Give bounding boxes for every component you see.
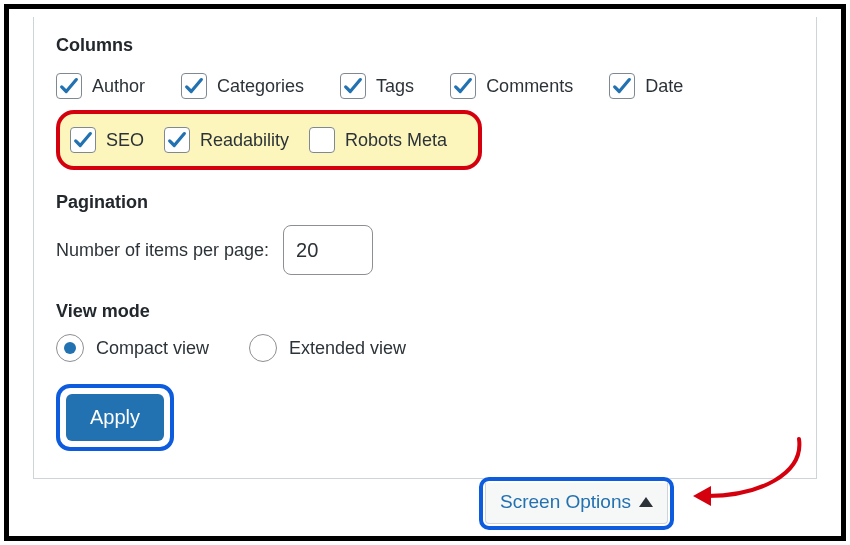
columns-row-1: Author Categories Tags Comments Date bbox=[56, 66, 798, 106]
checkbox-author[interactable] bbox=[56, 73, 82, 99]
columns-heading: Columns bbox=[56, 35, 798, 56]
highlighted-columns-row: SEO Readability Robots Meta bbox=[56, 110, 482, 170]
apply-button-highlight: Apply bbox=[56, 384, 174, 451]
items-per-page-label: Number of items per page: bbox=[56, 240, 269, 261]
column-option-author[interactable]: Author bbox=[56, 66, 145, 106]
screen-options-label: Screen Options bbox=[500, 491, 631, 513]
screen-options-panel: Columns Author Categories Tags Comments … bbox=[33, 17, 817, 479]
radio-extended-view[interactable] bbox=[249, 334, 277, 362]
window-frame: Columns Author Categories Tags Comments … bbox=[4, 4, 846, 541]
screen-options-toggle[interactable]: Screen Options bbox=[485, 483, 668, 524]
column-option-date[interactable]: Date bbox=[609, 66, 683, 106]
column-label: SEO bbox=[106, 130, 144, 151]
checkbox-categories[interactable] bbox=[181, 73, 207, 99]
screen-options-toggle-highlight: Screen Options bbox=[479, 477, 674, 530]
checkbox-comments[interactable] bbox=[450, 73, 476, 99]
chevron-up-icon bbox=[639, 497, 653, 507]
column-option-tags[interactable]: Tags bbox=[340, 66, 414, 106]
pagination-heading: Pagination bbox=[56, 192, 798, 213]
view-mode-row: Compact view Extended view bbox=[56, 334, 798, 362]
column-label: Tags bbox=[376, 76, 414, 97]
items-per-page-input[interactable] bbox=[283, 225, 373, 275]
view-mode-heading: View mode bbox=[56, 301, 798, 322]
column-option-comments[interactable]: Comments bbox=[450, 66, 573, 106]
column-label: Author bbox=[92, 76, 145, 97]
column-option-robots-meta[interactable]: Robots Meta bbox=[309, 120, 447, 160]
column-option-readability[interactable]: Readability bbox=[164, 120, 289, 160]
column-label: Date bbox=[645, 76, 683, 97]
checkbox-seo[interactable] bbox=[70, 127, 96, 153]
radio-compact-view[interactable] bbox=[56, 334, 84, 362]
checkbox-date[interactable] bbox=[609, 73, 635, 99]
checkbox-readability[interactable] bbox=[164, 127, 190, 153]
svg-marker-0 bbox=[693, 486, 711, 506]
items-per-page-row: Number of items per page: bbox=[56, 225, 798, 275]
column-label: Categories bbox=[217, 76, 304, 97]
column-option-categories[interactable]: Categories bbox=[181, 66, 304, 106]
radio-label-compact: Compact view bbox=[96, 338, 209, 359]
apply-button[interactable]: Apply bbox=[66, 394, 164, 441]
column-label: Comments bbox=[486, 76, 573, 97]
column-option-seo[interactable]: SEO bbox=[70, 120, 144, 160]
checkbox-robots-meta[interactable] bbox=[309, 127, 335, 153]
column-label: Robots Meta bbox=[345, 130, 447, 151]
radio-label-extended: Extended view bbox=[289, 338, 406, 359]
checkbox-tags[interactable] bbox=[340, 73, 366, 99]
column-label: Readability bbox=[200, 130, 289, 151]
